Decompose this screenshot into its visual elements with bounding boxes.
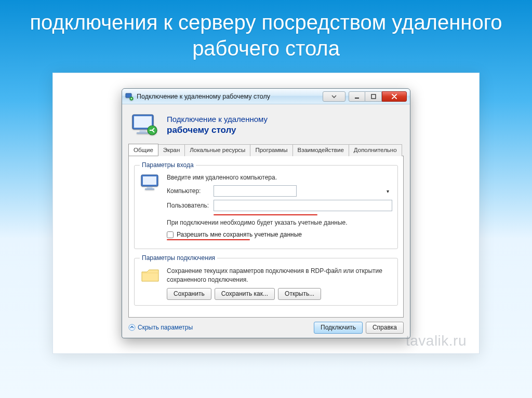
save-credentials-checkbox[interactable]	[167, 231, 174, 238]
computer-combobox[interactable]	[214, 185, 297, 197]
save-as-button[interactable]: Сохранить как...	[215, 288, 275, 300]
tabs: Общие Экран Локальные ресурсы Программы …	[128, 144, 404, 156]
minimize-icon	[354, 94, 360, 99]
svg-rect-6	[140, 130, 146, 132]
computer-label: Компьютер:	[167, 187, 214, 195]
tab-experience[interactable]: Взаимодействие	[292, 144, 349, 156]
close-icon	[391, 94, 397, 99]
chevron-down-icon[interactable]: ▾	[387, 188, 389, 194]
banner-monitor-icon	[130, 114, 159, 136]
login-monitor-icon	[140, 174, 162, 243]
rdp-icon	[125, 92, 134, 101]
connect-button[interactable]: Подключить	[314, 322, 363, 334]
connection-desc: Сохранение текущих параметров подключени…	[167, 267, 392, 283]
tab-display[interactable]: Экран	[158, 144, 185, 156]
hide-parameters-link[interactable]: Скрыть параметры	[128, 324, 193, 331]
watermark: tavalik.ru	[406, 333, 467, 349]
user-label: Пользователь:	[167, 202, 214, 209]
slide-frame: Подключение к удаленному рабочему столу	[52, 73, 480, 354]
help-button[interactable]: Справка	[366, 322, 404, 334]
login-hint: Введите имя удаленного компьютера.	[167, 174, 392, 181]
connection-group-legend: Параметры подключения	[140, 254, 217, 262]
window-controls	[349, 91, 407, 102]
svg-rect-7	[137, 132, 149, 134]
tab-programs[interactable]: Программы	[250, 144, 292, 156]
open-button[interactable]: Открыть...	[278, 288, 321, 300]
collapse-icon	[128, 324, 136, 331]
svg-rect-11	[147, 187, 152, 188]
svg-rect-2	[355, 98, 359, 99]
connection-group: Параметры подключения Сохранение текущих…	[134, 254, 398, 305]
user-input[interactable]	[214, 200, 392, 211]
titlebar[interactable]: Подключение к удаленному рабочему столу	[122, 89, 410, 104]
save-credentials-label: Разрешить мне сохранять учетные данные	[177, 231, 302, 238]
titlebar-dropdown[interactable]	[323, 91, 345, 102]
svg-rect-0	[126, 93, 131, 98]
annotation-redline-user	[214, 214, 317, 215]
maximize-button[interactable]	[365, 91, 382, 102]
login-note: При подключении необходимо будет указать…	[167, 218, 392, 227]
window-title: Подключение к удаленному рабочему столу	[137, 93, 323, 100]
minimize-button[interactable]	[349, 91, 365, 102]
login-group: Параметры входа Введите имя удаленного	[134, 161, 398, 249]
svg-rect-10	[143, 176, 156, 185]
save-button[interactable]: Сохранить	[167, 288, 211, 300]
maximize-icon	[371, 94, 376, 99]
svg-rect-3	[371, 94, 376, 99]
banner: Подключение к удаленному рабочему столу	[128, 111, 404, 144]
folder-icon	[140, 267, 162, 299]
svg-rect-5	[134, 116, 152, 128]
tab-local-resources[interactable]: Локальные ресурсы	[184, 144, 250, 156]
slide-title: подключения к серверу посредством удален…	[0, 9, 532, 61]
svg-rect-12	[145, 188, 154, 190]
banner-title-line2: рабочему столу	[167, 125, 268, 136]
close-button[interactable]	[382, 91, 407, 102]
banner-title-line1: Подключение к удаленному	[167, 114, 268, 125]
annotation-redline-checkbox	[167, 239, 250, 240]
hide-parameters-label: Скрыть параметры	[138, 324, 193, 331]
rdp-dialog: Подключение к удаленному рабочему столу	[122, 88, 410, 338]
svg-point-13	[129, 324, 135, 331]
chevron-down-icon	[331, 94, 337, 99]
tab-panel-general: Параметры входа Введите имя удаленного	[128, 156, 404, 318]
tab-general[interactable]: Общие	[128, 144, 158, 156]
tab-advanced[interactable]: Дополнительно	[349, 144, 402, 156]
login-group-legend: Параметры входа	[140, 161, 196, 169]
